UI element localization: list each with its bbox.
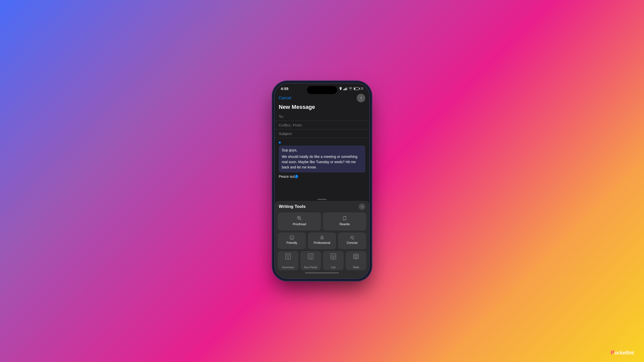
signal-icon	[343, 87, 347, 90]
rewrite-button[interactable]: Rewrite	[323, 212, 366, 231]
writing-tools-panel: Writing Tools ✕	[275, 201, 369, 279]
table-icon	[353, 253, 359, 260]
writing-tools-close-button[interactable]: ✕	[359, 203, 365, 210]
svg-rect-0	[343, 89, 344, 90]
svg-rect-2	[346, 88, 346, 90]
friendly-label: Friendly	[287, 241, 297, 245]
concise-icon	[350, 235, 355, 240]
key-points-button[interactable]: Key Points	[300, 251, 321, 270]
svg-point-26	[309, 257, 309, 258]
email-text-area[interactable]: Sup guys, We should totally do like a me…	[279, 146, 365, 172]
svg-point-24	[309, 256, 309, 257]
proofread-button[interactable]: Proofread	[278, 212, 321, 231]
concise-label: Concise	[347, 241, 357, 245]
cancel-button[interactable]: Cancel	[279, 96, 291, 100]
to-label: To:	[279, 114, 284, 119]
compose-title: New Message	[275, 104, 369, 112]
key-points-icon	[307, 253, 314, 260]
battery-icon: 23	[354, 87, 363, 90]
cc-bcc-field[interactable]: Cc/Bcc, From:	[275, 121, 369, 129]
svg-rect-33	[353, 254, 358, 259]
friendly-button[interactable]: Friendly	[278, 233, 306, 249]
svg-point-9	[291, 237, 292, 237]
concise-button[interactable]: Concise	[338, 233, 366, 249]
professional-icon	[319, 235, 325, 240]
summary-icon	[285, 253, 291, 260]
send-button[interactable]: ↑	[357, 94, 365, 102]
to-field[interactable]: To:	[275, 112, 369, 121]
professional-label: Professional	[314, 241, 330, 245]
tools-row-2: Friendly Professional	[278, 233, 366, 249]
wifi-icon	[349, 87, 352, 90]
rewrite-label: Rewrite	[340, 222, 350, 226]
power-button[interactable]	[370, 130, 371, 150]
phone-device: 4:55	[274, 83, 370, 279]
list-icon	[330, 253, 337, 260]
summary-button[interactable]: Summary	[278, 251, 298, 270]
close-icon: ✕	[361, 205, 364, 209]
writing-tools-header: Writing Tools ✕	[278, 201, 366, 212]
battery-percent: 23	[360, 87, 363, 90]
writing-tools-title: Writing Tools	[279, 204, 306, 209]
home-indicator	[305, 272, 339, 274]
friendly-icon	[289, 235, 294, 240]
status-icons: 23	[339, 87, 363, 90]
table-button[interactable]: Table	[346, 251, 366, 270]
status-bar: 4:55	[275, 83, 369, 92]
tools-row-3: Summary	[278, 251, 366, 270]
table-label: Table	[353, 266, 359, 269]
location-icon	[339, 87, 342, 90]
svg-rect-1	[344, 88, 345, 90]
svg-point-10	[292, 237, 293, 237]
rewrite-icon	[342, 215, 347, 221]
list-label: List	[331, 266, 335, 269]
proofread-icon	[297, 215, 302, 221]
send-icon: ↑	[360, 96, 362, 100]
cursor-handle	[295, 175, 298, 178]
list-button[interactable]: List	[323, 251, 344, 270]
email-compose-area: Cancel ↑ New Message To: Cc/Bcc, From: S…	[275, 92, 369, 279]
proofread-label: Proofread	[293, 222, 306, 226]
email-body[interactable]: Sup guys, We should totally do like a me…	[275, 138, 369, 197]
svg-rect-3	[347, 87, 347, 90]
svg-point-22	[309, 255, 309, 255]
cc-bcc-label: Cc/Bcc, From:	[279, 123, 303, 127]
email-signoff: Peace out.	[279, 174, 365, 178]
subject-label: Subject:	[279, 131, 292, 136]
email-body-text: We should totally do like a meeting or s…	[282, 154, 362, 170]
cursor-start-dot	[279, 142, 281, 144]
watermark-p-letter: P	[611, 349, 614, 356]
key-points-label: Key Points	[304, 266, 317, 269]
status-time: 4:55	[281, 86, 289, 91]
phone-screen: 4:55	[275, 83, 369, 279]
tools-row-1: Proofread Rewrite	[278, 212, 366, 231]
phone-frame: 4:55	[274, 83, 370, 279]
email-greeting: Sup guys,	[282, 148, 362, 152]
panel-drag-handle[interactable]	[317, 199, 327, 200]
subject-field[interactable]: Subject:	[275, 129, 369, 138]
professional-button[interactable]: Professional	[308, 233, 336, 249]
pocketlint-watermark: Pocketlint	[611, 349, 634, 356]
summary-label: Summary	[282, 266, 294, 269]
svg-line-5	[300, 219, 302, 220]
watermark-text: ocketlint	[614, 350, 634, 355]
svg-point-8	[290, 236, 294, 240]
dynamic-island	[307, 86, 337, 94]
